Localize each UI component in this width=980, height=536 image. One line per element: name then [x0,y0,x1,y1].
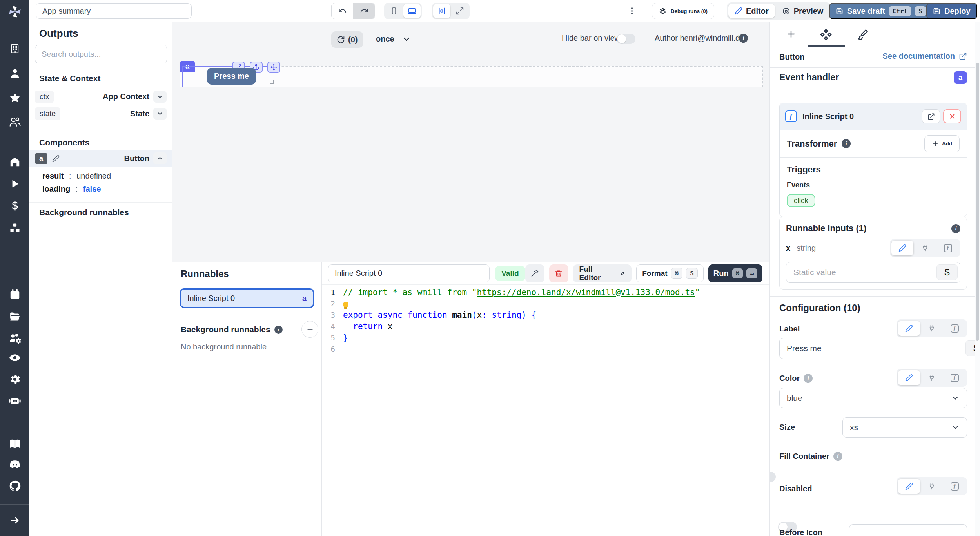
eval-fx-icon[interactable]: ƒ [944,370,965,385]
debug-runs-button[interactable]: Debug runs (0) [652,3,714,19]
full-editor-label: Full Editor [579,265,615,282]
scrollbar-thumb[interactable] [976,63,979,341]
runs-play-icon[interactable] [9,178,20,189]
resize-handle[interactable] [270,80,274,84]
inline-script-row[interactable]: ƒ Inline Script 0 [780,103,967,130]
code-line[interactable]: 1// import * as wmill from "https://deno… [322,286,769,298]
template-dollar-button[interactable]: $ [936,264,958,280]
code-line[interactable]: 6 [322,343,769,355]
connect-plug-icon[interactable] [921,479,943,494]
eval-fx-icon[interactable]: ƒ [944,479,965,494]
tab-editor[interactable]: Editor [728,4,775,18]
size-select[interactable]: xs [842,417,967,438]
settings-gear-icon[interactable] [9,373,21,386]
code-line[interactable]: 2 [322,298,769,309]
format-button[interactable]: Format ⌘ S [636,264,704,282]
github-icon[interactable] [9,480,21,492]
schedules-calendar-icon[interactable] [9,288,21,300]
mobile-view-button[interactable] [385,4,403,18]
tab-editor-label: Editor [746,7,769,16]
output-row-ctx[interactable]: ctx App Context [29,88,172,105]
fill-container-info-icon[interactable]: i [833,452,842,461]
refresh-count-button[interactable]: (0) [331,31,363,48]
remove-script-x-icon[interactable] [943,109,961,123]
eval-fx-icon[interactable]: ƒ [944,321,965,336]
home-icon[interactable] [9,156,21,168]
connect-plug-icon[interactable] [914,241,936,255]
favorites-star-icon[interactable] [9,92,21,104]
workers-bot-icon[interactable] [9,394,21,407]
code-line[interactable]: 5} [322,332,769,343]
info-icon[interactable]: i [274,326,283,334]
edit-pencil-icon[interactable] [52,155,60,162]
deploy-button[interactable]: Deploy [926,3,977,19]
search-outputs-input[interactable] [35,45,167,63]
code-editor[interactable]: 1// import * as wmill from "https://deno… [322,286,769,536]
before-icon-select[interactable] [849,524,967,536]
redo-button[interactable] [353,3,375,19]
runnable-item-inline-script-0[interactable]: Inline Script 0 a [180,288,314,308]
resources-boxes-icon[interactable] [9,222,21,234]
full-editor-button[interactable]: Full Editor [573,264,632,282]
static-pencil-icon[interactable] [898,370,920,385]
workspace-building-icon[interactable] [9,43,21,54]
color-select[interactable]: blue [779,388,967,408]
panel-scrollbar[interactable] [975,22,980,536]
label-input[interactable] [787,344,924,353]
script-name-input[interactable] [328,264,490,282]
chevron-up-icon[interactable] [153,152,167,164]
output-row-state[interactable]: state State [29,105,172,122]
discord-icon[interactable] [9,458,21,471]
insert-component-tab-plus-icon[interactable] [786,29,797,40]
delete-script-button[interactable] [549,264,568,282]
users-group-icon[interactable] [9,116,21,128]
component-settings-tab-icon[interactable] [820,29,832,40]
run-button[interactable]: Run ⌘ ↵ [708,264,762,282]
user-icon[interactable] [9,67,21,79]
ai-wand-button[interactable] [525,264,544,282]
groups-users-gear-icon[interactable] [9,332,21,344]
hide-bar-toggle[interactable] [617,34,635,44]
add-background-runnable-button[interactable] [301,321,318,338]
undo-button[interactable] [332,3,353,19]
more-options-kebab-icon[interactable] [627,6,637,16]
code-line[interactable]: 3export async function main(x: string) { [322,309,769,321]
static-pencil-icon[interactable] [898,479,920,494]
eval-fx-icon[interactable]: ƒ [937,241,959,255]
code-line[interactable]: 4 return x [322,321,769,332]
color-info-icon[interactable]: i [804,374,813,383]
interval-select-label[interactable]: once [376,34,394,43]
folders-icon[interactable] [9,311,21,322]
open-script-external-icon[interactable] [922,109,940,123]
windmill-logo-icon[interactable] [7,4,22,19]
static-pencil-icon[interactable] [898,321,920,336]
component-row-a[interactable]: a Button [29,150,172,167]
audit-eye-icon[interactable] [9,351,21,364]
static-pencil-icon[interactable] [891,241,913,255]
transformer-info-icon[interactable]: i [842,139,851,148]
desktop-view-button[interactable] [403,4,421,18]
center-content-button[interactable] [433,4,450,18]
interval-chevron-down-icon[interactable] [402,34,411,44]
app-summary-input[interactable] [36,3,192,19]
author-info-icon[interactable]: i [739,34,748,43]
connect-plug-icon[interactable] [921,370,943,385]
move-component-icon[interactable] [267,62,280,73]
see-documentation-link[interactable]: See documentation [883,52,967,61]
runnable-inputs-info-icon[interactable]: i [951,224,960,233]
static-value-input[interactable] [793,268,905,277]
docs-book-icon[interactable] [9,438,21,450]
variables-dollar-icon[interactable] [9,200,21,212]
expand-sidebar-arrow-icon[interactable] [9,514,21,526]
styling-brush-tab-icon[interactable] [857,29,869,40]
app-canvas[interactable]: (0) once Hide bar on view Author henri@w… [172,22,769,262]
save-draft-button[interactable]: Save draft Ctrl S [829,3,933,19]
fullscreen-button[interactable] [451,4,468,18]
connect-plug-icon[interactable] [921,321,943,336]
tab-preview[interactable]: Preview [776,4,830,18]
add-transformer-button[interactable]: Add [924,135,960,152]
fill-container-toggle[interactable] [769,472,776,482]
press-me-button[interactable]: Press me [207,68,256,85]
chevron-down-icon[interactable] [153,108,167,120]
chevron-down-icon[interactable] [153,91,167,103]
